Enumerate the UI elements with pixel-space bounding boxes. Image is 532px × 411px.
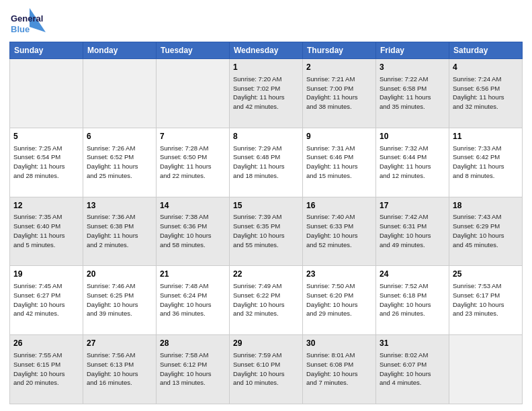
day-number: 29 (233, 338, 299, 349)
calendar-cell: 9Sunrise: 7:31 AM Sunset: 6:46 PM Daylig… (303, 128, 376, 197)
day-number: 18 (453, 200, 519, 212)
page: General Blue SundayMondayTuesdayWednesda… (0, 0, 532, 411)
day-number: 15 (233, 200, 299, 212)
calendar-cell: 26Sunrise: 7:55 AM Sunset: 6:15 PM Dayli… (10, 335, 83, 404)
day-info: Sunrise: 7:26 AM Sunset: 6:52 PM Dayligh… (87, 144, 152, 181)
calendar-cell: 1Sunrise: 7:20 AM Sunset: 7:02 PM Daylig… (230, 59, 303, 128)
calendar-cell: 13Sunrise: 7:36 AM Sunset: 6:38 PM Dayli… (83, 197, 157, 266)
day-number: 13 (87, 200, 152, 212)
calendar-cell: 28Sunrise: 7:58 AM Sunset: 6:12 PM Dayli… (157, 335, 230, 404)
day-info: Sunrise: 7:48 AM Sunset: 6:24 PM Dayligh… (160, 281, 226, 318)
calendar-cell: 18Sunrise: 7:43 AM Sunset: 6:29 PM Dayli… (449, 197, 523, 266)
day-info: Sunrise: 8:01 AM Sunset: 6:08 PM Dayligh… (306, 351, 372, 387)
calendar-cell (157, 59, 230, 128)
day-info: Sunrise: 7:49 AM Sunset: 6:22 PM Dayligh… (233, 281, 299, 318)
day-info: Sunrise: 7:45 AM Sunset: 6:27 PM Dayligh… (13, 281, 79, 318)
day-info: Sunrise: 7:35 AM Sunset: 6:40 PM Dayligh… (13, 212, 79, 249)
day-info: Sunrise: 7:58 AM Sunset: 6:12 PM Dayligh… (160, 351, 226, 387)
header: General Blue (9, 7, 523, 38)
logo-svg: General Blue (9, 7, 48, 38)
day-number: 19 (13, 269, 79, 280)
calendar-cell: 7Sunrise: 7:28 AM Sunset: 6:50 PM Daylig… (157, 128, 230, 197)
day-number: 26 (13, 338, 79, 349)
day-info: Sunrise: 7:28 AM Sunset: 6:50 PM Dayligh… (160, 144, 226, 181)
day-number: 28 (160, 338, 226, 349)
calendar-cell: 11Sunrise: 7:33 AM Sunset: 6:42 PM Dayli… (449, 128, 523, 197)
day-info: Sunrise: 7:25 AM Sunset: 6:54 PM Dayligh… (13, 144, 79, 181)
day-number: 4 (453, 62, 519, 73)
day-number: 10 (380, 131, 445, 142)
day-number: 2 (306, 62, 372, 73)
day-info: Sunrise: 7:56 AM Sunset: 6:13 PM Dayligh… (87, 351, 152, 387)
day-info: Sunrise: 7:22 AM Sunset: 6:58 PM Dayligh… (380, 75, 445, 111)
day-info: Sunrise: 7:40 AM Sunset: 6:33 PM Dayligh… (306, 212, 372, 249)
calendar-cell (449, 335, 523, 404)
day-number: 25 (453, 269, 519, 280)
day-info: Sunrise: 7:39 AM Sunset: 6:35 PM Dayligh… (233, 212, 299, 249)
calendar-cell: 15Sunrise: 7:39 AM Sunset: 6:35 PM Dayli… (230, 197, 303, 266)
day-info: Sunrise: 7:52 AM Sunset: 6:18 PM Dayligh… (380, 281, 445, 318)
day-number: 12 (13, 200, 79, 212)
day-info: Sunrise: 7:20 AM Sunset: 7:02 PM Dayligh… (233, 75, 299, 111)
day-info: Sunrise: 8:02 AM Sunset: 6:07 PM Dayligh… (380, 351, 445, 387)
calendar-cell: 27Sunrise: 7:56 AM Sunset: 6:13 PM Dayli… (83, 335, 157, 404)
calendar-cell: 4Sunrise: 7:24 AM Sunset: 6:56 PM Daylig… (449, 59, 523, 128)
week-row-1: 5Sunrise: 7:25 AM Sunset: 6:54 PM Daylig… (10, 128, 523, 197)
day-info: Sunrise: 7:53 AM Sunset: 6:17 PM Dayligh… (453, 281, 519, 318)
day-info: Sunrise: 7:36 AM Sunset: 6:38 PM Dayligh… (87, 212, 152, 249)
day-info: Sunrise: 7:21 AM Sunset: 7:00 PM Dayligh… (306, 75, 372, 111)
week-row-2: 12Sunrise: 7:35 AM Sunset: 6:40 PM Dayli… (10, 197, 523, 266)
day-number: 22 (233, 269, 299, 280)
day-info: Sunrise: 7:29 AM Sunset: 6:48 PM Dayligh… (233, 144, 299, 181)
day-info: Sunrise: 7:24 AM Sunset: 6:56 PM Dayligh… (453, 75, 519, 111)
calendar-cell: 29Sunrise: 7:59 AM Sunset: 6:10 PM Dayli… (230, 335, 303, 404)
day-number: 27 (87, 338, 152, 349)
svg-text:General: General (11, 13, 43, 24)
day-info: Sunrise: 7:32 AM Sunset: 6:44 PM Dayligh… (380, 144, 445, 181)
day-number: 9 (306, 131, 372, 142)
day-number: 30 (306, 338, 372, 349)
week-row-4: 26Sunrise: 7:55 AM Sunset: 6:15 PM Dayli… (10, 335, 523, 404)
calendar-cell: 14Sunrise: 7:38 AM Sunset: 6:36 PM Dayli… (157, 197, 230, 266)
day-number: 23 (306, 269, 372, 280)
weekday-header-monday: Monday (83, 42, 157, 59)
calendar-cell (10, 59, 83, 128)
weekday-header-sunday: Sunday (10, 42, 83, 59)
calendar-cell: 19Sunrise: 7:45 AM Sunset: 6:27 PM Dayli… (10, 266, 83, 335)
calendar-cell: 30Sunrise: 8:01 AM Sunset: 6:08 PM Dayli… (303, 335, 376, 404)
calendar-cell: 12Sunrise: 7:35 AM Sunset: 6:40 PM Dayli… (10, 197, 83, 266)
day-number: 8 (233, 131, 299, 142)
calendar-cell: 3Sunrise: 7:22 AM Sunset: 6:58 PM Daylig… (376, 59, 449, 128)
calendar-cell: 24Sunrise: 7:52 AM Sunset: 6:18 PM Dayli… (376, 266, 449, 335)
calendar-cell: 22Sunrise: 7:49 AM Sunset: 6:22 PM Dayli… (230, 266, 303, 335)
calendar-cell: 31Sunrise: 8:02 AM Sunset: 6:07 PM Dayli… (376, 335, 449, 404)
day-number: 7 (160, 131, 226, 142)
weekday-header-wednesday: Wednesday (230, 42, 303, 59)
calendar-cell: 8Sunrise: 7:29 AM Sunset: 6:48 PM Daylig… (230, 128, 303, 197)
day-number: 21 (160, 269, 226, 280)
weekday-header-thursday: Thursday (303, 42, 376, 59)
day-number: 6 (87, 131, 152, 142)
calendar-cell: 16Sunrise: 7:40 AM Sunset: 6:33 PM Dayli… (303, 197, 376, 266)
calendar-cell: 5Sunrise: 7:25 AM Sunset: 6:54 PM Daylig… (10, 128, 83, 197)
day-info: Sunrise: 7:46 AM Sunset: 6:25 PM Dayligh… (87, 281, 152, 318)
day-number: 14 (160, 200, 226, 212)
calendar-cell: 10Sunrise: 7:32 AM Sunset: 6:44 PM Dayli… (376, 128, 449, 197)
day-number: 17 (380, 200, 445, 212)
weekday-header-friday: Friday (376, 42, 449, 59)
day-info: Sunrise: 7:42 AM Sunset: 6:31 PM Dayligh… (380, 212, 445, 249)
week-row-3: 19Sunrise: 7:45 AM Sunset: 6:27 PM Dayli… (10, 266, 523, 335)
calendar-cell: 17Sunrise: 7:42 AM Sunset: 6:31 PM Dayli… (376, 197, 449, 266)
weekday-header-tuesday: Tuesday (157, 42, 230, 59)
calendar-table: SundayMondayTuesdayWednesdayThursdayFrid… (9, 42, 523, 404)
day-number: 11 (453, 131, 519, 142)
day-number: 16 (306, 200, 372, 212)
day-number: 1 (233, 62, 299, 73)
day-info: Sunrise: 7:33 AM Sunset: 6:42 PM Dayligh… (453, 144, 519, 181)
weekday-header-saturday: Saturday (449, 42, 523, 59)
svg-text:Blue: Blue (11, 24, 30, 34)
calendar-cell: 6Sunrise: 7:26 AM Sunset: 6:52 PM Daylig… (83, 128, 157, 197)
week-row-0: 1Sunrise: 7:20 AM Sunset: 7:02 PM Daylig… (10, 59, 523, 128)
day-info: Sunrise: 7:59 AM Sunset: 6:10 PM Dayligh… (233, 351, 299, 387)
calendar-cell: 23Sunrise: 7:50 AM Sunset: 6:20 PM Dayli… (303, 266, 376, 335)
